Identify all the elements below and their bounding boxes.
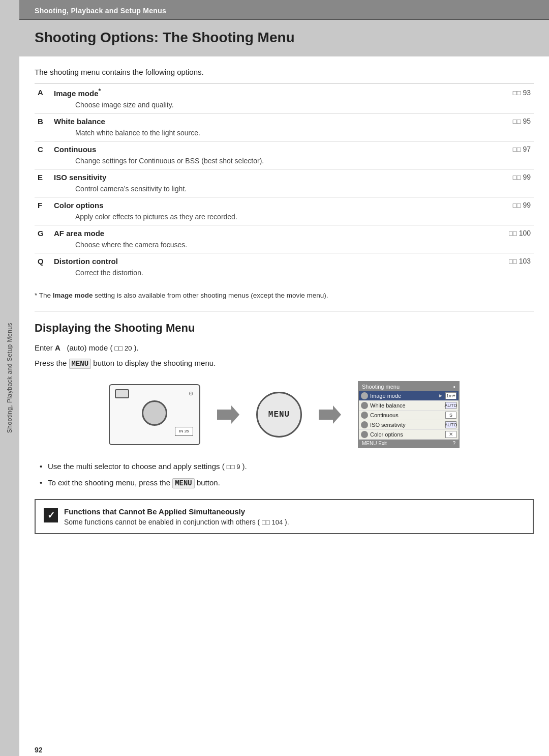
footnote-text-start: The [39,292,53,299]
step1-mode: A [55,343,60,352]
bullet2-text-end: button. [197,478,220,487]
sidebar: Shooting, Playback and Setup Menus [0,0,19,756]
menu-desc-row: Correct the distortion. [35,268,534,281]
sm-row-label: Color options [370,431,441,438]
sm-menu-row: Color options ✕ [359,430,459,440]
menu-desc: Choose image size and quality. [51,100,534,113]
menu-desc-row: Match white balance to the light source. [35,128,534,141]
menu-ref: □□ 100 [493,225,534,240]
page-title-section: Shooting Options: The Shooting Menu [19,20,549,56]
menu-desc: Choose where the camera focuses. [51,240,534,253]
menu-item-name: Image mode* [51,83,493,100]
section2-heading: Displaying the Shooting Menu [35,322,534,335]
step2-text: Press the MENU button to display the sho… [35,357,534,369]
menu-item-name: ISO sensitivity [51,169,493,184]
menu-ref: □□ 95 [493,113,534,128]
menu-ref: □□ 93 [493,83,534,100]
sm-header-title: Shooting menu [362,384,400,390]
sm-value-box: ✕ [445,431,456,438]
menu-row: F Color options □□ 99 [35,197,534,212]
menu-letter: E [35,169,51,184]
menu-desc-row: Control camera’s sensitivity to light. [35,184,534,197]
bullet1-text-start: Use the multi selector to choose and app… [48,462,225,471]
menu-desc-row: Apply color effects to pictures as they … [35,212,534,225]
sm-header-corner: ▪ [453,384,455,390]
sm-menu-row: Image mode ► 1m+ [359,391,459,401]
step2-start: Press the [35,359,69,367]
sidebar-label: Shooting, Playback and Setup Menus [6,323,13,433]
menu-row: A Image mode* □□ 93 [35,83,534,100]
menu-row: C Continuous □□ 97 [35,141,534,156]
menu-row: Q Distortion control □□ 103 [35,253,534,268]
sm-row-icon [361,431,368,438]
menu-letter: Q [35,253,51,268]
bullet2-button: MENU [172,478,195,488]
sm-row-label: ISO sensitivity [370,422,441,428]
arrow2 [317,404,343,425]
top-header-title: Shooting, Playback and Setup Menus [35,7,166,15]
sm-row-label: Continuous [370,412,441,418]
camera-diagram: ⊙ IN 26 [109,384,200,445]
sm-footer-help: ? [452,441,455,446]
menu-item-name: Continuous [51,141,493,156]
sm-row-icon [361,412,368,419]
notice-box: ✓ Functions that Cannot Be Applied Simul… [35,499,534,534]
bullet1-ref: □□ 9 [227,463,240,471]
camera-small-icon: ⊙ [189,390,193,397]
menu-item-name: Distortion control [51,253,493,268]
menu-letter: F [35,197,51,212]
menu-item-name: White balance [51,113,493,128]
notice-text-end: ). [285,518,289,526]
arrow1 [216,404,241,425]
menu-button-diagram: MENU [256,392,302,438]
page-number: 92 [19,744,549,756]
menu-desc: Correct the distortion. [51,268,534,281]
section-divider [35,311,534,311]
menu-ref: □□ 99 [493,169,534,184]
menu-desc: Control camera’s sensitivity to light. [51,184,534,197]
notice-checkmark: ✓ [47,510,55,521]
svg-marker-1 [319,405,341,424]
bullet-item-2: To exit the shooting menu, press the MEN… [40,477,534,489]
menu-row: G AF area mode □□ 100 [35,225,534,240]
intro-text: The shooting menu contains the following… [35,68,534,76]
content-area: The shooting menu contains the following… [19,56,549,744]
menu-desc-row: Change settings for Continuous or BSS (b… [35,156,534,169]
sm-value-box: S [445,412,456,419]
menu-letter: B [35,113,51,128]
diagram-area: ⊙ IN 26 MENU [35,381,534,448]
footnote: * The Image mode setting is also availab… [35,290,534,301]
camera-lens [142,400,167,426]
menu-desc: Match white balance to the light source. [51,128,534,141]
menu-desc-row: Choose where the camera focuses. [35,240,534,253]
svg-marker-0 [217,405,239,424]
camera-top-element [115,389,129,398]
menu-letter: G [35,225,51,240]
notice-content: Functions that Cannot Be Applied Simulta… [64,507,525,526]
step2-end: button to display the shooting menu. [93,359,216,367]
sm-value-box: AUTO [445,402,456,409]
step1-close: ). [134,343,139,352]
sm-row-value: ► [438,393,443,398]
menu-letter: A [35,83,51,100]
sm-row-icon [361,402,368,409]
bullet-item-1: Use the multi selector to choose and app… [40,460,534,473]
sm-header: Shooting menu ▪ [359,382,459,391]
menu-desc: Apply color effects to pictures as they … [51,212,534,225]
notice-text-start: Some functions cannot be enabled in conj… [64,518,260,526]
top-header: Shooting, Playback and Setup Menus [19,0,549,20]
sm-footer: MENU Exit ? [359,440,459,447]
sm-value-box: 1m+ [445,392,456,399]
main-content: Shooting, Playback and Setup Menus Shoot… [19,0,549,756]
menu-button-label: MENU [69,359,92,369]
menu-item-name: AF area mode [51,225,493,240]
sm-menu-row: Continuous S [359,411,459,420]
menu-letter: C [35,141,51,156]
footnote-marker: * [35,292,39,299]
menu-row: B White balance □□ 95 [35,113,534,128]
camera-indicator: IN 26 [175,427,193,436]
sm-value-box: AUTO [445,421,456,428]
footnote-bold: Image mode [53,292,93,299]
sm-menu-row: White balance AUTO [359,401,459,411]
sm-row-label: White balance [370,402,441,409]
